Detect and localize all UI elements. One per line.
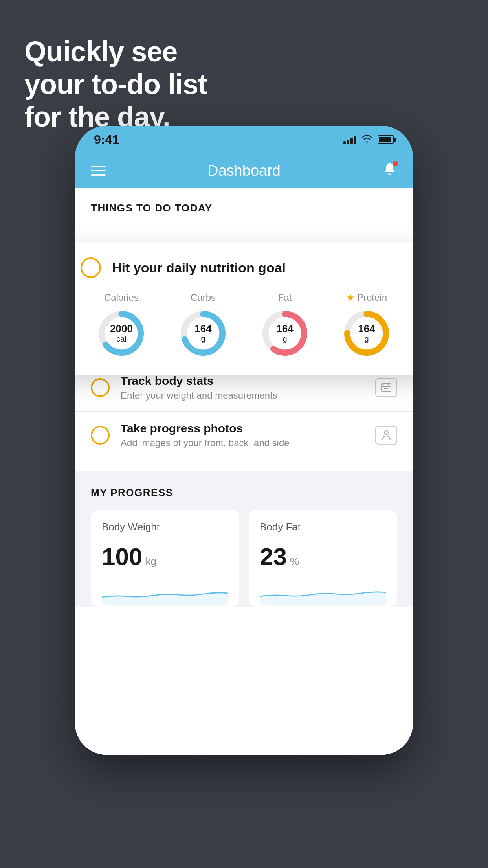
- signal-bars-icon: [343, 135, 356, 144]
- calories-donut: 2000 cal: [96, 308, 147, 359]
- calories-label: Calories: [104, 292, 139, 303]
- body-fat-chart: [260, 581, 386, 605]
- body-weight-card[interactable]: Body Weight 100 kg: [91, 510, 239, 607]
- nutrition-calories: Calories 2000 cal: [96, 292, 147, 359]
- body-fat-title: Body Fat: [260, 521, 386, 533]
- carbs-label: Carbs: [191, 292, 216, 303]
- task-circle-photos[interactable]: [91, 426, 110, 445]
- fat-label: Fat: [278, 292, 292, 303]
- body-weight-unit: kg: [145, 555, 156, 568]
- notification-bell-icon[interactable]: [382, 162, 397, 180]
- person-icon: [375, 426, 397, 445]
- star-icon: ★: [346, 292, 355, 303]
- body-weight-number: 100: [102, 542, 142, 570]
- nav-title: Dashboard: [207, 162, 281, 179]
- top-nav: Dashboard: [75, 153, 413, 188]
- todo-subtitle-body-stats: Enter your weight and measurements: [121, 390, 364, 401]
- nutrition-protein: ★ Protein 164 g: [341, 292, 392, 359]
- nutrition-fat: Fat 164 g: [259, 292, 310, 359]
- svg-point-9: [384, 431, 388, 435]
- status-icons: [343, 134, 394, 146]
- task-circle-body-stats[interactable]: [91, 378, 110, 397]
- protein-label-wrapper: ★ Protein: [346, 292, 387, 303]
- status-time: 9:41: [94, 132, 119, 147]
- protein-label: Protein: [357, 292, 387, 303]
- nutrition-circles: Calories 2000 cal: [81, 292, 407, 359]
- battery-icon: [378, 135, 394, 144]
- progress-section: MY PROGRESS Body Weight 100 kg: [75, 471, 413, 607]
- section-header-today: THINGS TO DO TODAY: [75, 188, 413, 222]
- fat-donut: 164 g: [259, 308, 310, 359]
- phone-screen: 9:41: [75, 126, 413, 755]
- notification-dot: [393, 161, 398, 166]
- content-area: THINGS TO DO TODAY Hit your daily nutrit…: [75, 188, 413, 755]
- protein-donut: 164 g: [341, 308, 392, 359]
- hero-heading: Quickly see your to-do list for the day.: [24, 35, 207, 133]
- todo-content-photos: Take progress photos Add images of your …: [121, 422, 364, 449]
- scale-icon: [375, 378, 397, 397]
- todo-subtitle-photos: Add images of your front, back, and side: [121, 438, 364, 449]
- todo-title-body-stats: Track body stats: [121, 374, 364, 388]
- nutrition-card: Hit your daily nutrition goal Calories: [75, 242, 413, 375]
- progress-cards: Body Weight 100 kg Body Fat: [91, 510, 397, 607]
- todo-title-photos: Take progress photos: [121, 422, 364, 435]
- body-fat-value: 23 %: [260, 542, 386, 570]
- nutrition-card-title: Hit your daily nutrition goal: [112, 260, 286, 276]
- body-fat-card[interactable]: Body Fat 23 %: [249, 510, 397, 607]
- phone-mockup: 9:41: [75, 126, 413, 841]
- carbs-donut: 164 g: [178, 308, 229, 359]
- body-fat-number: 23: [260, 542, 287, 570]
- menu-icon[interactable]: [91, 166, 106, 176]
- todo-item-photos[interactable]: Take progress photos Add images of your …: [75, 412, 413, 459]
- body-fat-unit: %: [290, 555, 299, 568]
- card-header: Hit your daily nutrition goal: [81, 257, 407, 278]
- body-weight-value: 100 kg: [102, 542, 228, 570]
- body-weight-title: Body Weight: [102, 521, 228, 533]
- body-weight-chart: [102, 581, 228, 605]
- todo-content-body-stats: Track body stats Enter your weight and m…: [121, 374, 364, 401]
- wifi-icon: [361, 134, 373, 146]
- status-bar: 9:41: [75, 126, 413, 153]
- progress-section-title: MY PROGRESS: [91, 487, 397, 499]
- nutrition-carbs: Carbs 164 g: [178, 292, 229, 359]
- task-circle-nutrition[interactable]: [81, 257, 101, 278]
